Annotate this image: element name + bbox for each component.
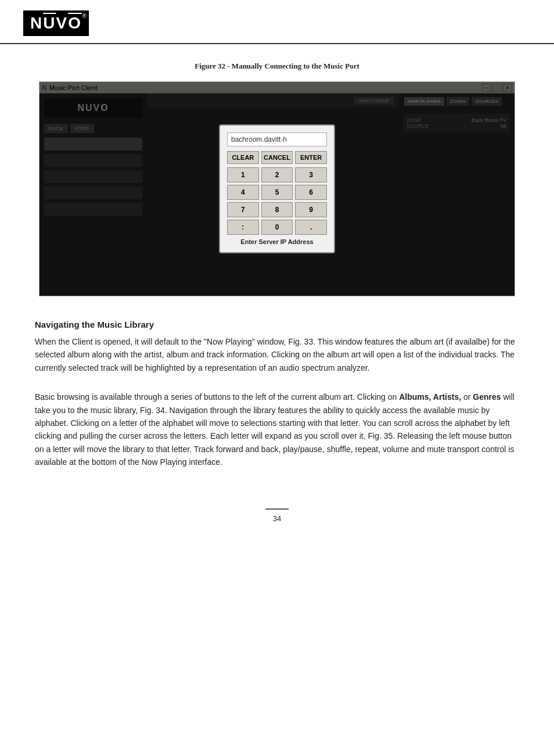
figure-caption: Figure 32 - Manually Connecting to the M… <box>35 62 519 71</box>
dialog-buttons-row: CLEAR CANCEL ENTER <box>227 151 327 164</box>
screenshot-container: N Music Port Client ─ □ ✕ NUVO BACK FORE <box>39 81 515 296</box>
page-number: 34 <box>0 514 554 523</box>
cancel-button[interactable]: CANCEL <box>261 151 293 164</box>
logo-box: NUVO ® <box>23 10 89 36</box>
page-footer: 34 <box>0 508 554 535</box>
logo-reg-icon: ® <box>82 13 87 19</box>
albums-artists-bold: Albums, Artists, <box>399 392 461 402</box>
numpad: 1 2 3 4 5 6 7 8 9 : 0 . <box>227 167 327 235</box>
numpad-4[interactable]: 4 <box>227 185 259 200</box>
numpad-colon[interactable]: : <box>227 220 259 235</box>
numpad-2[interactable]: 2 <box>261 167 293 182</box>
logo-text: NUVO <box>30 14 82 33</box>
page-header: NUVO ® <box>0 0 554 44</box>
footer-rule <box>265 508 289 510</box>
numpad-7[interactable]: 7 <box>227 202 259 217</box>
section1-heading: Navigating the Music Library <box>35 320 519 329</box>
section2-body: Basic browsing is available through a se… <box>35 390 519 468</box>
enter-button[interactable]: ENTER <box>295 151 327 164</box>
main-content: Figure 32 - Manually Connecting to the M… <box>0 44 554 508</box>
app-bottom-controls: ⏻ ● ● ● ● ⊞ <box>39 296 515 296</box>
numpad-5[interactable]: 5 <box>261 185 293 200</box>
numpad-6[interactable]: 6 <box>295 185 327 200</box>
logo: NUVO ® <box>23 10 531 36</box>
section2-body-end: will take you to the music library, Fig.… <box>35 392 515 467</box>
section1-body: When the Client is opened, it will defau… <box>35 335 519 374</box>
numpad-1[interactable]: 1 <box>227 167 259 182</box>
ip-address-dialog: CLEAR CANCEL ENTER 1 2 3 4 5 6 7 8 9 : 0… <box>219 124 335 253</box>
dialog-overlay: CLEAR CANCEL ENTER 1 2 3 4 5 6 7 8 9 : 0… <box>39 82 515 296</box>
numpad-8[interactable]: 8 <box>261 202 293 217</box>
section2-body-start: Basic browsing is available through a se… <box>35 392 399 402</box>
clear-button[interactable]: CLEAR <box>227 151 259 164</box>
dialog-label: Enter Server IP Address <box>227 238 327 245</box>
section2-body-mid: or <box>461 392 473 402</box>
numpad-9[interactable]: 9 <box>295 202 327 217</box>
numpad-3[interactable]: 3 <box>295 167 327 182</box>
numpad-dot[interactable]: . <box>295 220 327 235</box>
ip-address-input[interactable] <box>227 132 327 146</box>
numpad-0[interactable]: 0 <box>261 220 293 235</box>
genres-bold: Genres <box>473 392 501 402</box>
